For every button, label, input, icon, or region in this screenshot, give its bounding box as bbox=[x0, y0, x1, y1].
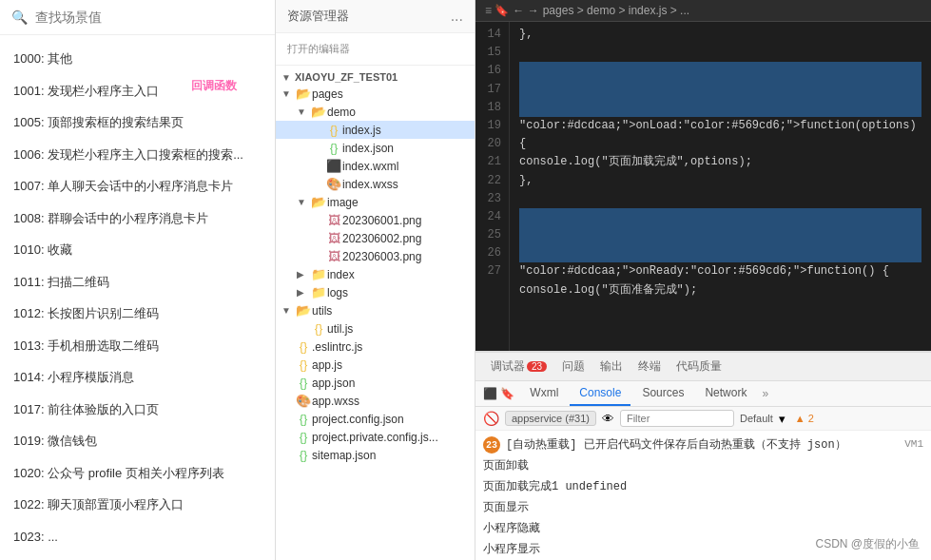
tree-arrow: ▼ bbox=[297, 197, 310, 207]
tree-file-icon: {} bbox=[325, 123, 342, 137]
scenario-item[interactable]: 1014: 小程序模版消息 bbox=[0, 361, 275, 394]
tree-item-index.js[interactable]: {}index.js bbox=[276, 121, 475, 139]
tree-item-demo[interactable]: ▼📂demo bbox=[276, 103, 475, 121]
scenario-item[interactable]: 1020: 公众号 profile 页相关小程序列表 bbox=[0, 457, 275, 490]
devtools-sub-tab-Console[interactable]: Console bbox=[570, 381, 630, 406]
tree-item-index.wxml[interactable]: ⬛index.wxml bbox=[276, 157, 475, 175]
scenario-item[interactable]: 1023: ... bbox=[0, 521, 275, 553]
tree-item-index.json[interactable]: {}index.json bbox=[276, 139, 475, 157]
tree-item-label: image bbox=[327, 196, 475, 209]
code-line: }, bbox=[519, 26, 921, 44]
scenario-item[interactable]: 1006: 发现栏小程序主入口搜索框的搜索... bbox=[0, 139, 275, 171]
clear-console-icon[interactable]: 🚫 bbox=[483, 411, 499, 426]
tree-file-icon: 📂 bbox=[310, 105, 327, 119]
scenario-item[interactable]: 1005: 顶部搜索框的搜索结果页 bbox=[0, 106, 275, 139]
tree-item-index[interactable]: ▶📁index bbox=[276, 265, 475, 283]
chevron-down-icon[interactable]: ▾ bbox=[779, 412, 786, 426]
tree-file-icon: {} bbox=[295, 448, 312, 462]
tree-item-202306003.png[interactable]: 🖼202306003.png bbox=[276, 247, 475, 265]
line-number: 15 bbox=[479, 44, 501, 62]
scenario-item[interactable]: 1017: 前往体验版的入口页 bbox=[0, 394, 275, 426]
console-line: 23[自动热重载] 已开启代码文件保存后自动热重载（不支持 json）VM1 bbox=[483, 434, 923, 455]
devtools-tab-调试器[interactable]: 调试器23 bbox=[483, 353, 554, 380]
tree-item-utils[interactable]: ▼📂utils bbox=[276, 301, 475, 319]
tree-item-pages[interactable]: ▼📂pages bbox=[276, 85, 475, 103]
tree-file-icon: 📂 bbox=[295, 303, 312, 318]
line-number: 22 bbox=[479, 172, 501, 190]
tree-item-app.wxss[interactable]: 🎨app.wxss bbox=[276, 392, 475, 410]
tree-item-util.js[interactable]: {}util.js bbox=[276, 319, 475, 338]
code-line bbox=[519, 208, 921, 226]
scenario-item[interactable]: 1011: 扫描二维码 bbox=[0, 266, 275, 299]
code-text bbox=[519, 244, 526, 262]
console-filter-input[interactable] bbox=[620, 410, 734, 427]
devtools-sub-tab-Network[interactable]: Network bbox=[695, 381, 756, 406]
line-numbers: 1415161718192021222324252627 bbox=[475, 22, 510, 351]
code-line bbox=[519, 62, 921, 80]
tree-item-202306001.png[interactable]: 🖼202306001.png bbox=[276, 211, 475, 229]
code-text bbox=[519, 62, 526, 80]
devtools-tab-代码质量[interactable]: 代码质量 bbox=[669, 353, 729, 380]
code-line: console.log("页面加载完成",options); bbox=[519, 153, 921, 171]
tree-item-label: project.private.config.js... bbox=[312, 431, 475, 444]
tree-item-project.private.config.js...[interactable]: {}project.private.config.js... bbox=[276, 428, 475, 446]
explorer-menu-button[interactable]: ... bbox=[451, 8, 463, 25]
line-number: 18 bbox=[479, 99, 501, 117]
tree-item-image[interactable]: ▼📂image bbox=[276, 193, 475, 211]
devtools-tab-输出[interactable]: 输出 bbox=[592, 353, 630, 380]
default-level-select[interactable]: Default bbox=[740, 413, 773, 424]
tree-item-index.wxss[interactable]: 🎨index.wxss bbox=[276, 175, 475, 193]
tree-item-project.config.json[interactable]: {}project.config.json bbox=[276, 410, 475, 428]
line-number: 24 bbox=[479, 208, 501, 226]
scenario-item[interactable]: 1012: 长按图片识别二维码 bbox=[0, 298, 275, 330]
tree-file-icon: {} bbox=[295, 357, 312, 372]
search-input[interactable] bbox=[35, 10, 263, 25]
tree-file-icon: {} bbox=[295, 339, 312, 354]
console-line: 页面加载完成1 undefined bbox=[483, 476, 923, 497]
scenario-item[interactable]: 1013: 手机相册选取二维码 bbox=[0, 330, 275, 362]
tree-file-icon: 📂 bbox=[310, 195, 327, 209]
appservice-selector[interactable]: appservice (#31) bbox=[505, 411, 596, 426]
tree-item-app.json[interactable]: {}app.json bbox=[276, 374, 475, 392]
devtools-tab-问题[interactable]: 问题 bbox=[554, 353, 592, 380]
code-text: }, bbox=[519, 26, 533, 44]
code-text bbox=[519, 226, 526, 244]
scenario-item[interactable]: 1000: 其他 bbox=[0, 43, 275, 75]
breadcrumb-nav: ← → bbox=[513, 4, 538, 17]
scenario-item[interactable]: 1007: 单人聊天会话中的小程序消息卡片 bbox=[0, 170, 275, 203]
tree-item-logs[interactable]: ▶📁logs bbox=[276, 283, 475, 301]
code-content[interactable]: }, "color:#dcdcaa;">onLoad:"color:#569cd… bbox=[510, 22, 931, 351]
tree-item-app.js[interactable]: {}app.js bbox=[276, 356, 475, 374]
devtools-tab-终端[interactable]: 终端 bbox=[630, 353, 669, 380]
console-vm-label: VM1 bbox=[904, 436, 923, 453]
eye-icon[interactable]: 👁 bbox=[602, 412, 614, 426]
console-line: 页面显示 bbox=[483, 497, 923, 518]
tree-file-icon: 📁 bbox=[310, 285, 327, 299]
devtools-sub-tabs: ⬛ 🔖WxmlConsoleSourcesNetwork» bbox=[475, 381, 931, 407]
tree-file-icon: {} bbox=[295, 412, 312, 426]
scenario-item[interactable]: 1001: 发现栏小程序主入口回调函数 bbox=[0, 75, 275, 107]
devtools-more-button[interactable]: » bbox=[762, 387, 768, 400]
devtools-main-tabs: 调试器23问题输出终端代码质量 bbox=[475, 353, 931, 381]
tree-item-sitemap.json[interactable]: {}sitemap.json bbox=[276, 446, 475, 464]
tree-item-label: util.js bbox=[327, 322, 475, 336]
scenario-item[interactable]: 1022: 聊天顶部置顶小程序入口 bbox=[0, 489, 275, 521]
scenario-item[interactable]: 1019: 微信钱包 bbox=[0, 425, 275, 457]
explorer-header: 资源管理器 ... bbox=[276, 0, 475, 33]
tree-file-icon: {} bbox=[295, 376, 312, 390]
tree-arrow: ▶ bbox=[297, 287, 310, 298]
scenario-item[interactable]: 1008: 群聊会话中的小程序消息卡片 bbox=[0, 203, 275, 235]
tree-item-label: utils bbox=[312, 304, 475, 318]
tree-file-icon: 🖼 bbox=[325, 231, 342, 245]
devtools-sub-tab-Sources[interactable]: Sources bbox=[632, 381, 693, 406]
tree-item-label: demo bbox=[327, 106, 475, 119]
devtools-sub-tab-Wxml[interactable]: Wxml bbox=[520, 381, 568, 406]
open-editors-label: 打开的编辑器 bbox=[276, 38, 475, 60]
tree-item-202306002.png[interactable]: 🖼202306002.png bbox=[276, 229, 475, 247]
tree-item-label: index.json bbox=[342, 142, 475, 155]
tree-item-.eslintrc.js[interactable]: {}.eslintrc.js bbox=[276, 338, 475, 356]
code-line bbox=[519, 190, 921, 208]
tree-item-label: index.wxss bbox=[342, 178, 475, 191]
scenario-item[interactable]: 1010: 收藏 bbox=[0, 234, 275, 266]
console-text: 页面加载完成1 undefined bbox=[483, 478, 627, 495]
